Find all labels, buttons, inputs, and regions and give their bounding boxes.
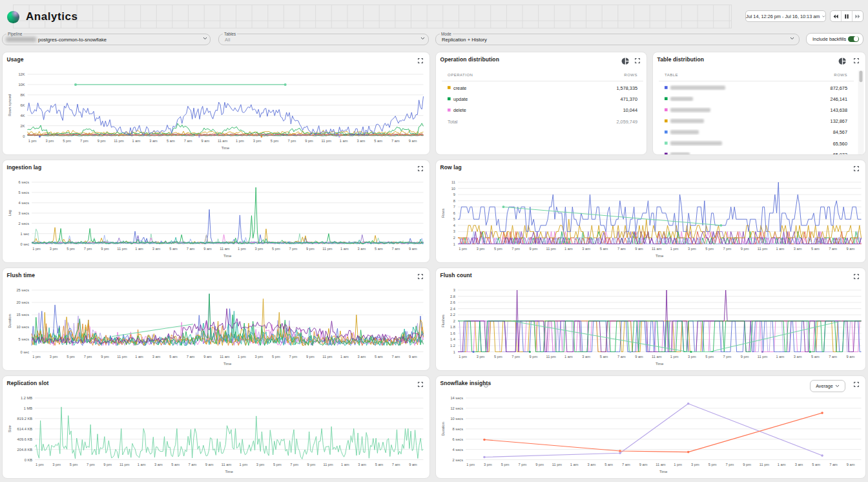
svg-text:OPERATION: OPERATION [448, 73, 473, 77]
svg-text:8K: 8K [21, 93, 25, 97]
svg-text:delete: delete [453, 107, 466, 113]
svg-text:7 pm: 7 pm [84, 247, 92, 251]
svg-text:9 am: 9 am [203, 355, 212, 359]
svg-text:1 pm: 1 pm [466, 463, 475, 466]
svg-text:5 pm: 5 pm [494, 355, 502, 359]
svg-text:11 pm: 11 pm [546, 355, 556, 359]
svg-text:3 pm: 3 pm [50, 247, 58, 251]
svg-text:3 pm: 3 pm [52, 463, 61, 466]
svg-text:7 am: 7 am [617, 247, 626, 251]
svg-text:5 am: 5 am [169, 247, 178, 251]
svg-text:11 pm: 11 pm [322, 355, 333, 359]
svg-text:9 am: 9 am [847, 355, 855, 359]
svg-text:9 am: 9 am [409, 463, 417, 466]
svg-text:6 secs: 6 secs [19, 180, 30, 184]
svg-text:ROWS: ROWS [624, 73, 637, 77]
svg-text:1: 1 [453, 350, 455, 354]
svg-text:2: 2 [453, 236, 455, 240]
svg-text:1 pm: 1 pm [670, 247, 679, 251]
svg-text:9 am: 9 am [409, 355, 417, 359]
svg-text:7 am: 7 am [617, 355, 626, 359]
svg-text:65,073: 65,073 [833, 152, 847, 155]
svg-text:11 am: 11 am [218, 139, 228, 143]
svg-text:Flushes: Flushes [441, 315, 445, 328]
svg-text:9 pm: 9 pm [101, 355, 109, 359]
svg-text:7 am: 7 am [622, 463, 630, 466]
svg-text:1 am: 1 am [138, 463, 146, 466]
svg-text:1 am: 1 am [564, 355, 573, 359]
svg-text:5 pm: 5 pm [67, 247, 75, 251]
svg-text:1 pm: 1 pm [236, 139, 244, 143]
svg-text:7 pm: 7 pm [726, 463, 734, 466]
svg-text:9 pm: 9 pm [535, 463, 544, 466]
svg-text:1 am: 1 am [135, 355, 143, 359]
svg-text:872,675: 872,675 [831, 85, 847, 91]
svg-text:4: 4 [453, 224, 455, 227]
svg-text:15 secs: 15 secs [16, 313, 29, 317]
svg-text:7 pm: 7 pm [287, 139, 296, 143]
svg-text:14 secs: 14 secs [450, 396, 463, 400]
svg-text:12 secs: 12 secs [450, 406, 463, 410]
svg-text:5 am: 5 am [169, 355, 178, 359]
svg-text:3 am: 3 am [794, 247, 802, 251]
svg-text:2.8: 2.8 [450, 295, 455, 299]
svg-text:7 am: 7 am [829, 247, 837, 251]
svg-text:20 secs: 20 secs [16, 300, 29, 304]
svg-text:9 am: 9 am [205, 463, 214, 466]
svg-text:65,560: 65,560 [833, 141, 847, 147]
svg-text:3 pm: 3 pm [46, 139, 54, 143]
svg-text:5 pm: 5 pm [708, 463, 717, 466]
svg-text:1 am: 1 am [778, 463, 786, 466]
svg-text:7 pm: 7 pm [723, 247, 732, 251]
svg-text:7 pm: 7 pm [290, 463, 298, 466]
svg-text:2.6: 2.6 [450, 300, 455, 304]
svg-text:7 am: 7 am [392, 355, 400, 359]
svg-text:7 am: 7 am [187, 355, 195, 359]
svg-text:TABLE: TABLE [665, 73, 678, 77]
svg-text:12K: 12K [18, 72, 25, 76]
svg-text:1 pm: 1 pm [32, 355, 41, 359]
svg-text:3: 3 [453, 288, 455, 292]
svg-text:3 secs: 3 secs [19, 211, 30, 215]
svg-text:5 pm: 5 pm [494, 247, 502, 251]
svg-text:11 pm: 11 pm [117, 247, 127, 251]
svg-text:1 am: 1 am [776, 247, 784, 251]
svg-text:11 pm: 11 pm [119, 463, 130, 466]
svg-text:ROWS: ROWS [834, 73, 847, 77]
svg-text:6K: 6K [21, 103, 25, 107]
svg-text:6 secs: 6 secs [453, 437, 464, 441]
svg-text:7 pm: 7 pm [723, 355, 732, 359]
svg-text:7 am: 7 am [392, 463, 400, 466]
svg-text:2: 2 [453, 319, 455, 323]
svg-text:0 sec: 0 sec [20, 350, 29, 354]
svg-text:11: 11 [451, 180, 455, 184]
svg-text:3 am: 3 am [358, 463, 366, 466]
svg-text:2.4: 2.4 [450, 307, 455, 311]
svg-text:10,044: 10,044 [623, 107, 637, 113]
svg-text:11 pm: 11 pm [552, 463, 563, 466]
svg-text:9 pm: 9 pm [103, 463, 112, 466]
svg-text:9 am: 9 am [635, 355, 643, 359]
svg-text:11 pm: 11 pm [322, 247, 333, 251]
svg-text:Duration: Duration [8, 314, 12, 328]
svg-text:1 pm: 1 pm [28, 139, 37, 143]
svg-text:5 am: 5 am [375, 247, 383, 251]
svg-text:3: 3 [453, 229, 455, 233]
svg-text:11 pm: 11 pm [546, 247, 556, 251]
svg-text:8: 8 [453, 199, 455, 203]
svg-text:7 am: 7 am [189, 463, 197, 466]
svg-text:5 pm: 5 pm [271, 139, 279, 143]
svg-text:Time: Time [225, 470, 233, 474]
svg-text:1 pm: 1 pm [36, 463, 44, 466]
svg-text:3 am: 3 am [582, 355, 590, 359]
svg-text:create: create [453, 85, 466, 91]
svg-text:2.2: 2.2 [450, 313, 455, 317]
svg-text:Rows: Rows [441, 209, 445, 218]
svg-text:204.8 KB: 204.8 KB [17, 448, 33, 452]
svg-text:6: 6 [453, 211, 455, 215]
svg-text:7 pm: 7 pm [519, 463, 527, 466]
svg-text:11 pm: 11 pm [760, 463, 770, 466]
svg-text:7 pm: 7 pm [289, 247, 298, 251]
svg-text:1 pm: 1 pm [670, 355, 679, 359]
svg-text:5 pm: 5 pm [705, 247, 714, 251]
